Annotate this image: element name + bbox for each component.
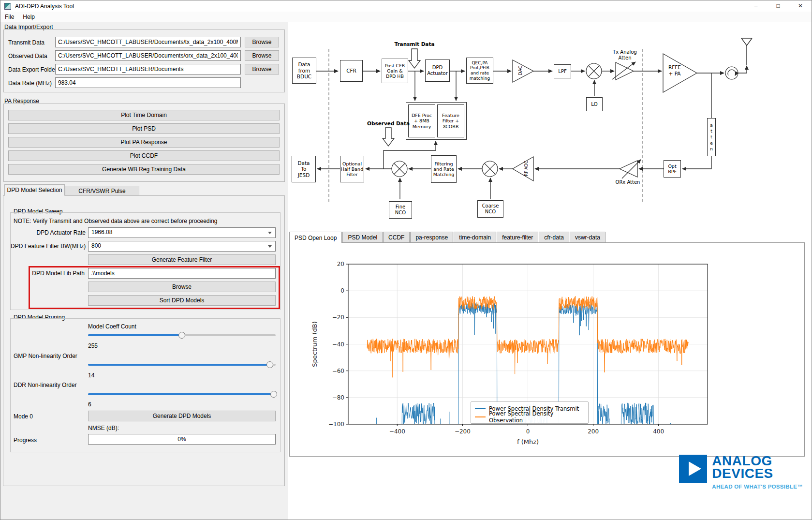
- tab-vswr-data[interactable]: vswr-data: [570, 232, 605, 243]
- adi-logo-icon: [679, 455, 707, 483]
- block-lpf: LPF: [554, 64, 571, 78]
- minimize-icon[interactable]: –: [745, 0, 767, 12]
- export-folder-label: Data Export Folder: [8, 66, 57, 73]
- svg-text:20: 20: [337, 261, 344, 267]
- block-filtering: Filtering and Rate Matching: [431, 155, 457, 183]
- circulator-icon: [725, 67, 738, 79]
- coeff-count-label: Model Coeff Count: [88, 323, 136, 330]
- plot-pa-response-button[interactable]: Plot PA Response: [8, 137, 280, 148]
- progress-label: Progress: [14, 437, 37, 444]
- svg-text:Spectrum (dB): Spectrum (dB): [311, 321, 318, 367]
- feature-bw-label: DPD Feature Filter BW(MHz): [11, 243, 86, 250]
- legend-label-observation: Power Spectral Density Observation: [489, 410, 584, 424]
- ddr-order-slider[interactable]: [88, 391, 276, 398]
- block-atten: a t t e n: [707, 118, 716, 156]
- actuator-rate-label: DPD Actuator Rate: [13, 229, 86, 236]
- observed-data-label: Observed Data: [357, 120, 420, 127]
- svg-text:−60: −60: [332, 368, 344, 374]
- transmit-browse-button[interactable]: Browse: [245, 37, 279, 47]
- tab-ccdf[interactable]: CCDF: [383, 232, 410, 243]
- slider-handle[interactable]: [178, 332, 185, 339]
- observed-data-arrow: [383, 128, 394, 146]
- block-data-to-jesd: Data To JESD: [292, 156, 316, 182]
- export-browse-button[interactable]: Browse: [245, 64, 279, 74]
- sort-dpd-models-button[interactable]: Sort DPD Models: [88, 295, 276, 306]
- mode-label: Mode 0: [14, 413, 33, 420]
- observed-data-input[interactable]: [55, 50, 241, 61]
- dpd-block-diagram: Data from BDUC CFR Post CFR Gain & DPD H…: [289, 24, 810, 227]
- feature-bw-combobox[interactable]: 800: [88, 241, 276, 252]
- ddr-order-value: 6: [88, 401, 91, 408]
- tx-atten-amplifier-shape: [616, 62, 634, 80]
- block-fine-nco: Fine NCO: [389, 201, 412, 219]
- block-dpd-actuator: DPD Actuator: [425, 59, 450, 82]
- coeff-count-value: 255: [88, 342, 98, 349]
- svg-text:−20: −20: [332, 314, 344, 321]
- logo-tagline: AHEAD OF WHAT'S POSSIBLE™: [712, 484, 803, 490]
- block-lo: LO: [586, 97, 603, 111]
- tab-dpd-model-selection[interactable]: DPD Model Selection: [4, 184, 65, 196]
- lib-path-input[interactable]: [88, 268, 276, 279]
- observed-browse-button[interactable]: Browse: [245, 50, 279, 61]
- plot-time-domain-button[interactable]: Plot Time Domain: [8, 110, 280, 120]
- tab-pa-response[interactable]: pa-response: [410, 232, 453, 243]
- tab-psd-model[interactable]: PSD Model: [342, 232, 383, 243]
- menu-help[interactable]: Help: [18, 12, 39, 22]
- lib-path-browse-button[interactable]: Browse: [88, 282, 276, 292]
- slider-handle[interactable]: [270, 391, 277, 398]
- right-panel: Data from BDUC CFR Post CFR Gain & DPD H…: [288, 22, 812, 520]
- transmit-data-arrow: [409, 49, 420, 68]
- orx-atten-label: ORx Atten: [608, 179, 647, 185]
- tx-atten-label: Tx Analog Atten: [605, 49, 644, 61]
- block-cfr: CFR: [340, 60, 363, 82]
- progress-bar: 0%: [88, 434, 276, 445]
- gmp-order-slider[interactable]: [88, 361, 276, 368]
- tab-cfr-data[interactable]: cfr-data: [539, 232, 569, 243]
- data-rate-input[interactable]: [55, 77, 241, 88]
- export-folder-input[interactable]: [55, 64, 241, 74]
- legend-line-transmit: [475, 408, 486, 409]
- plot-psd-button[interactable]: Plot PSD: [8, 123, 280, 134]
- tab-feature-filter[interactable]: feature-filter: [497, 232, 538, 243]
- slider-handle[interactable]: [266, 361, 273, 368]
- plot-legend: Power Spectral Density Transmit Power Sp…: [471, 401, 589, 424]
- actuator-rate-combobox[interactable]: 1966.08: [88, 227, 276, 238]
- tab-psd-open-loop[interactable]: PSD Open Loop: [289, 232, 342, 243]
- logo-text-analog: ANALOG: [712, 455, 803, 468]
- nmse-label: NMSE (dB):: [88, 425, 119, 431]
- svg-text:−40: −40: [332, 341, 344, 348]
- svg-text:−200: −200: [455, 428, 471, 435]
- maximize-icon[interactable]: □: [767, 0, 789, 12]
- svg-text:200: 200: [588, 428, 599, 435]
- svg-text:−80: −80: [332, 394, 344, 401]
- svg-text:400: 400: [653, 428, 664, 435]
- gmp-order-value: 14: [88, 372, 94, 379]
- tab-cfr-vswr[interactable]: CFR/VSWR Pulse Generator: [65, 186, 139, 196]
- psd-chart: −400−2000200400200−20−40−60−80−100f (Mhz…: [290, 243, 804, 456]
- observed-data-label: Observed Data: [8, 53, 47, 59]
- title-bar: ADI-DPD Analysis Tool – □ ✕: [0, 0, 812, 12]
- menu-file[interactable]: File: [0, 12, 18, 22]
- close-icon[interactable]: ✕: [789, 0, 812, 12]
- tab-time-domain[interactable]: time-domain: [454, 232, 496, 243]
- ddr-order-label: DDR Non-linearity Order: [14, 382, 77, 388]
- orx-atten-amplifier-shape: [620, 161, 637, 177]
- coeff-count-slider[interactable]: [88, 332, 276, 339]
- plot-ccdf-button[interactable]: Plot CCDF: [8, 150, 280, 161]
- dac-label: DAC: [517, 60, 523, 81]
- transmit-data-input[interactable]: [55, 37, 241, 47]
- chevron-down-icon: [268, 245, 272, 248]
- generate-feature-filter-button[interactable]: Generate Feature Filter: [88, 254, 276, 265]
- logo-text-devices: DEVICES: [712, 467, 803, 480]
- generate-dpd-models-button[interactable]: Generate DPD Models: [88, 411, 276, 421]
- block-opt-bpf: Opt BPF: [664, 160, 681, 178]
- legend-line-observation: [475, 416, 486, 417]
- gmp-order-label: GMP Non-linearity Order: [14, 353, 77, 359]
- block-qec: QEC,PA Prot,PFIR and rate matching: [466, 58, 493, 84]
- block-coarse-nco: Coarse NCO: [477, 200, 503, 218]
- chevron-down-icon: [268, 232, 272, 234]
- plot-tab-bar: PSD Open Loop PSD Model CCDF pa-response…: [289, 232, 606, 243]
- rf-adc-label: RF ADC: [524, 158, 529, 179]
- block-data-from-bduc: Data from BDUC: [292, 58, 316, 84]
- generate-wb-reg-button[interactable]: Generate WB Reg Training Data: [8, 164, 280, 175]
